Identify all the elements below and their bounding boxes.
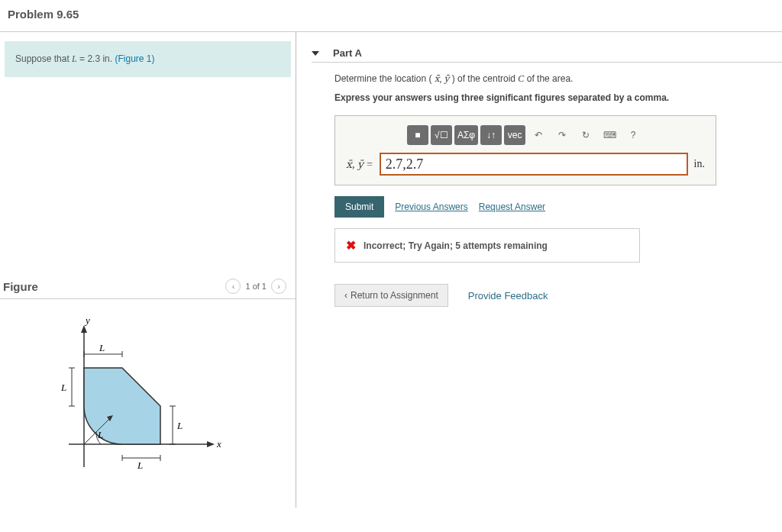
- keyboard-icon[interactable]: ⌨: [599, 125, 620, 145]
- desc-mid: ) of the centroid: [452, 73, 519, 84]
- return-button[interactable]: ‹ Return to Assignment: [334, 284, 448, 307]
- previous-answers-link[interactable]: Previous Answers: [395, 202, 467, 212]
- answer-instructions: Express your answers using three signifi…: [334, 92, 782, 103]
- svg-text:x: x: [216, 438, 221, 450]
- problem-statement: Suppose that L = 2.3 in. (Figure 1): [5, 41, 291, 77]
- return-label: Return to Assignment: [351, 290, 438, 301]
- feedback-box: ✖ Incorrect; Try Again; 5 attempts remai…: [334, 228, 640, 263]
- svg-marker-3: [207, 441, 215, 447]
- figure-prev-button[interactable]: ‹: [225, 279, 241, 294]
- part-a-header[interactable]: Part A: [312, 47, 782, 63]
- var-L: L: [72, 53, 77, 64]
- equation-toolbar: ■ √☐ ΑΣφ ↓↑ vec ↶ ↷ ↻ ⌨ ?: [341, 122, 709, 153]
- desc-c: C: [518, 73, 524, 84]
- incorrect-icon: ✖: [346, 238, 356, 253]
- svg-text:L: L: [97, 429, 103, 440]
- answer-unit: in.: [694, 158, 705, 170]
- figure-link[interactable]: (Figure 1): [115, 53, 154, 64]
- chevron-left-icon: ‹: [344, 290, 347, 301]
- answer-prefix: x̄, ȳ =: [346, 158, 373, 171]
- suppose-unit: in.: [102, 53, 112, 64]
- reset-icon[interactable]: ↻: [575, 125, 596, 145]
- svg-text:L: L: [99, 342, 105, 353]
- answer-box: ■ √☐ ΑΣφ ↓↑ vec ↶ ↷ ↻ ⌨ ? x̄, ȳ =: [334, 115, 716, 185]
- right-pane: Part A Determine the location ( x̄, ȳ )…: [296, 32, 782, 508]
- undo-icon[interactable]: ↶: [528, 125, 549, 145]
- left-pane: Suppose that L = 2.3 in. (Figure 1) Figu…: [0, 32, 296, 508]
- figure-label: Figure: [3, 280, 38, 293]
- svg-marker-1: [81, 325, 87, 333]
- figure-next-button[interactable]: ›: [271, 279, 286, 294]
- figure-diagram: y x L L: [0, 299, 296, 508]
- submit-button[interactable]: Submit: [334, 196, 384, 218]
- svg-text:L: L: [60, 382, 66, 393]
- question-description: Determine the location ( x̄, ȳ ) of the…: [334, 73, 782, 85]
- svg-text:L: L: [176, 420, 183, 431]
- collapse-icon: [312, 51, 319, 56]
- answer-input[interactable]: [380, 153, 688, 176]
- feedback-text: Incorrect; Try Again; 5 attempts remaini…: [364, 240, 548, 251]
- request-answer-link[interactable]: Request Answer: [479, 202, 545, 212]
- desc-pre: Determine the location (: [334, 73, 435, 84]
- desc-post: of the area.: [527, 73, 574, 84]
- subscript-icon[interactable]: ↓↑: [480, 125, 502, 145]
- desc-vars: x̄, ȳ: [435, 73, 450, 84]
- redo-icon[interactable]: ↷: [551, 125, 573, 145]
- vector-icon[interactable]: vec: [504, 125, 525, 145]
- svg-text:y: y: [84, 314, 90, 326]
- part-a-label: Part A: [333, 47, 362, 59]
- svg-text:L: L: [137, 459, 143, 471]
- suppose-eq: = 2.3: [79, 53, 102, 64]
- problem-title: Problem 9.65: [0, 0, 782, 32]
- help-icon[interactable]: ?: [622, 125, 644, 145]
- provide-feedback-link[interactable]: Provide Feedback: [468, 290, 548, 301]
- figure-counter: 1 of 1: [245, 282, 267, 291]
- greek-icon[interactable]: ΑΣφ: [454, 125, 478, 145]
- suppose-prefix: Suppose that: [15, 53, 72, 64]
- template-icon[interactable]: ■: [407, 125, 428, 145]
- sqrt-icon[interactable]: √☐: [431, 125, 452, 145]
